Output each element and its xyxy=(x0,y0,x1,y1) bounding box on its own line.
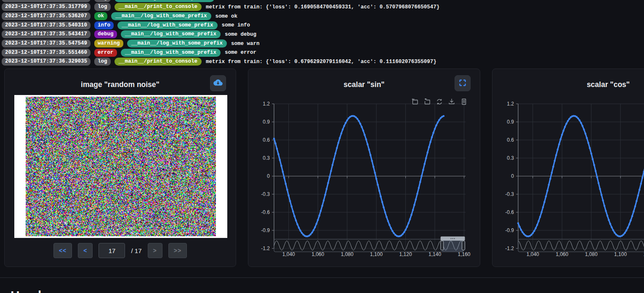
log-row: 2023-12-10T17:37:35.317799log__main__/pr… xyxy=(2,3,439,12)
datazoom-handle[interactable] xyxy=(441,241,444,250)
cos-chart: 1.20.90.60.30-0.3-0.6-0.9-1.21,0401,0601… xyxy=(492,69,644,267)
sin-chart-card: scalar "sin" 1.20.90.60.30-0.3-0.6-0.9-1… xyxy=(248,69,480,267)
log-prefix-badge: __main__/log_with_some_prefix xyxy=(117,21,218,29)
x-axis-label: 1,080 xyxy=(341,251,354,257)
y-axis-label: -1.2 xyxy=(261,245,270,251)
x-axis-label: 1,100 xyxy=(370,251,383,257)
cos-chart-card: scalar "cos" 1.20.90.60.30-0.3-0.6-0.9-1… xyxy=(492,69,644,267)
cloud-download-icon xyxy=(213,78,223,89)
log-timestamp-badge: 2023-12-10T17:37:35.536207 xyxy=(2,12,90,20)
log-row: 2023-12-10T17:37:36.329035log__main__/pr… xyxy=(2,57,439,66)
page-total-label: / 17 xyxy=(131,247,141,254)
x-axis-label: 1,160 xyxy=(458,251,471,257)
first-page-button[interactable]: << xyxy=(53,243,72,258)
page-input[interactable] xyxy=(98,243,125,258)
log-message: metrix from train: {'loss': 0.1690584700… xyxy=(206,4,439,10)
y-axis-label: 0.6 xyxy=(263,137,270,143)
prev-page-button[interactable]: < xyxy=(78,243,93,258)
next-page-button[interactable]: > xyxy=(148,243,162,258)
log-row: 2023-12-10T17:37:35.551460error__main__/… xyxy=(2,48,439,57)
x-axis-label: 1,040 xyxy=(527,251,539,257)
y-axis-label: -0.6 xyxy=(505,209,514,215)
x-axis-label: 1,120 xyxy=(399,251,412,257)
log-timestamp-badge: 2023-12-10T17:37:35.540310 xyxy=(2,21,90,29)
noise-image xyxy=(26,97,216,236)
log-level-badge: debug xyxy=(94,30,117,38)
y-axis-label: 0.9 xyxy=(507,119,514,125)
image-pagination: << < / 17 > >> xyxy=(5,243,236,258)
x-axis-label: 1,080 xyxy=(585,251,598,257)
log-row: 2023-12-10T17:37:35.540310info__main__/l… xyxy=(2,21,439,30)
zoom-box-icon[interactable] xyxy=(412,98,418,105)
y-axis-label: -0.6 xyxy=(261,209,270,215)
log-level-badge: info xyxy=(94,21,114,29)
log-level-badge: error xyxy=(94,49,117,57)
log-timestamp-badge: 2023-12-10T17:37:35.543417 xyxy=(2,30,90,38)
y-axis-label: -0.9 xyxy=(505,227,514,233)
log-message: some error xyxy=(225,50,256,55)
image-frame xyxy=(14,95,227,238)
log-timestamp-badge: 2023-12-10T17:37:35.551460 xyxy=(2,49,90,57)
cards-row: image "random noise" << < / 17 > >> scal… xyxy=(4,69,644,267)
last-page-button[interactable]: >> xyxy=(168,243,187,258)
y-axis-label: 0.3 xyxy=(263,155,270,161)
y-axis-label: -0.3 xyxy=(261,191,270,197)
save-image-icon[interactable] xyxy=(448,98,455,105)
y-axis-label: 0.9 xyxy=(263,119,270,125)
log-timestamp-badge: 2023-12-10T17:37:36.329035 xyxy=(2,58,90,66)
log-message: some debug xyxy=(225,32,256,37)
log-message: some ok xyxy=(216,13,238,19)
datazoom-slider[interactable] xyxy=(274,237,465,252)
y-axis-label: 0 xyxy=(267,173,270,179)
chart-toolbar xyxy=(412,98,467,105)
x-axis-label: 1,060 xyxy=(556,251,568,257)
log-level-badge: warning xyxy=(94,40,123,48)
log-prefix-badge: __main__/log_with_some_prefix xyxy=(114,0,215,2)
image-card: image "random noise" << < / 17 > >> xyxy=(4,69,236,267)
log-timestamp-badge: 2023-12-10T17:37:35.547549 xyxy=(2,40,90,48)
x-axis-label: 1,060 xyxy=(311,251,324,257)
y-axis-label: -0.3 xyxy=(505,191,514,197)
log-prefix-badge: __main__/log_with_some_prefix xyxy=(111,12,211,20)
section-divider xyxy=(0,277,644,278)
y-axis-label: -0.9 xyxy=(261,227,270,233)
y-axis-label: 1.2 xyxy=(263,101,270,107)
log-prefix-badge: __main__/log_with_some_prefix xyxy=(127,40,227,48)
image-card-title: image "random noise" xyxy=(5,80,236,89)
partial-heading: Head xyxy=(11,288,41,293)
datazoom-slider[interactable] xyxy=(518,237,644,252)
log-row: 2023-12-10T17:37:35.536207ok__main__/log… xyxy=(2,12,439,21)
log-prefix-badge: __main__/print_to_console xyxy=(114,3,202,11)
y-axis-label: 0.6 xyxy=(507,137,514,143)
log-row: 2023-12-10T17:37:35.543417debug__main__/… xyxy=(2,30,439,39)
x-axis-label: 1,100 xyxy=(614,251,627,257)
datazoom-handle[interactable] xyxy=(462,241,465,250)
log-message: metrix from train: {'loss': 0.6796292079… xyxy=(206,59,436,65)
log-prefix-badge: __main__/print_to_console xyxy=(114,58,202,66)
log-level-badge: log xyxy=(94,0,111,2)
download-button[interactable] xyxy=(210,75,226,91)
log-level-badge: log xyxy=(94,3,111,11)
x-axis-label: 1,140 xyxy=(428,251,441,257)
log-level-badge: log xyxy=(94,58,111,66)
log-timestamp-badge: 2023-12-10T17:37:35.317799 xyxy=(2,3,90,11)
y-axis-label: 1.2 xyxy=(507,101,514,107)
zoom-back-icon[interactable] xyxy=(424,98,431,105)
log-level-badge: ok xyxy=(94,12,107,20)
x-axis-label: 1,040 xyxy=(282,251,295,257)
log-row: 2023-12-10T17:37:35.547549warning__main_… xyxy=(2,39,439,48)
log-prefix-badge: __main__/log_with_some_prefix xyxy=(121,49,221,57)
y-axis-label: 0.3 xyxy=(507,155,514,161)
restore-icon[interactable] xyxy=(436,98,443,105)
y-axis-label: -1.2 xyxy=(505,245,514,251)
y-axis-label: 0 xyxy=(511,173,514,179)
log-timestamp-badge xyxy=(2,0,90,2)
log-message: some warn xyxy=(231,41,260,47)
data-view-icon[interactable] xyxy=(460,98,467,105)
log-prefix-badge: __main__/log_with_some_prefix xyxy=(121,30,221,38)
log-message: some info xyxy=(222,22,250,28)
log-console[interactable]: log__main__/log_with_some_prefix2023-12-… xyxy=(2,0,439,66)
